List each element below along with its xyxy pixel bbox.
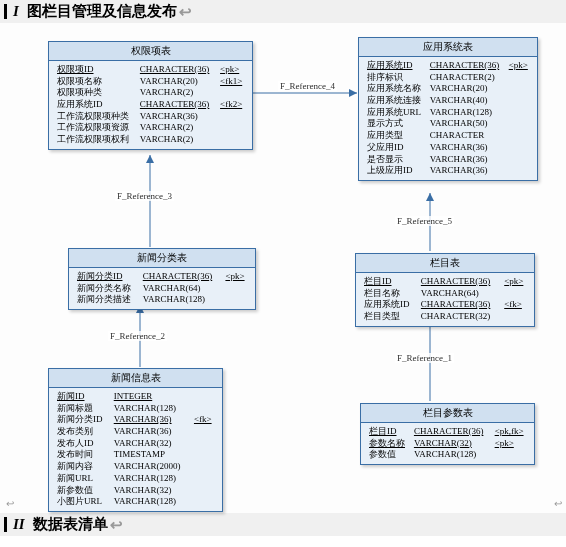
- field-name: 应用类型: [364, 130, 427, 142]
- field-key: <pk>: [501, 276, 529, 288]
- svg-marker-1: [349, 89, 357, 97]
- field-name: 新闻内容: [54, 461, 111, 473]
- field-key: [506, 165, 532, 177]
- section-1-num: I: [13, 3, 19, 20]
- field-type: VARCHAR(36): [111, 426, 191, 438]
- field-name: 应用系统连接: [364, 95, 427, 107]
- field-name: 应用系统ID: [364, 60, 427, 72]
- ref-label-5: F_Reference_5: [395, 216, 454, 226]
- field-type: CHARACTER(36): [418, 276, 501, 288]
- field-key: [501, 311, 529, 323]
- field-type: VARCHAR(36): [427, 165, 506, 177]
- entity-appsys-title: 应用系统表: [359, 38, 537, 57]
- field-key: [191, 449, 217, 461]
- entity-newscat-fields: 新闻分类IDCHARACTER(36)<pk>新闻分类名称VARCHAR(64)…: [74, 271, 250, 306]
- field-name: 参数值: [366, 449, 411, 461]
- field-type: VARCHAR(32): [111, 485, 191, 497]
- field-type: VARCHAR(20): [427, 83, 506, 95]
- field-key: [506, 130, 532, 142]
- field-name: 工作流权限项资源: [54, 122, 137, 134]
- field-type: CHARACTER: [427, 130, 506, 142]
- field-name: 栏目ID: [361, 276, 418, 288]
- field-name: 栏目名称: [361, 288, 418, 300]
- field-type: VARCHAR(2000): [111, 461, 191, 473]
- field-name: 新闻ID: [54, 391, 111, 403]
- field-key: <pk>: [222, 271, 250, 283]
- field-name: 应用系统名称: [364, 83, 427, 95]
- field-key: [191, 403, 217, 415]
- field-type: VARCHAR(128): [427, 107, 506, 119]
- field-type: VARCHAR(64): [418, 288, 501, 300]
- field-name: 发布时间: [54, 449, 111, 461]
- entity-newsinfo: 新闻信息表 新闻IDINTEGER新闻标题VARCHAR(128)新闻分类IDV…: [48, 368, 223, 512]
- field-key: <fk>: [191, 414, 217, 426]
- field-key: [191, 438, 217, 450]
- field-type: VARCHAR(36): [427, 154, 506, 166]
- field-key: [217, 134, 247, 146]
- entity-newsinfo-title: 新闻信息表: [49, 369, 222, 388]
- field-key: [191, 426, 217, 438]
- field-key: [191, 391, 217, 403]
- field-name: 发布人ID: [54, 438, 111, 450]
- entity-appsys-fields: 应用系统IDCHARACTER(36)<pk>排序标识CHARACTER(2)应…: [364, 60, 532, 177]
- field-name: 显示方式: [364, 118, 427, 130]
- field-key: <pk,fk>: [492, 426, 529, 438]
- section-1-header: I 图栏目管理及信息发布 ↩: [0, 0, 566, 23]
- field-key: [217, 122, 247, 134]
- field-name: 栏目ID: [366, 426, 411, 438]
- field-type: VARCHAR(36): [111, 414, 191, 426]
- field-type: VARCHAR(2): [137, 134, 217, 146]
- field-name: 新闻标题: [54, 403, 111, 415]
- ref-label-2: F_Reference_2: [108, 331, 167, 341]
- field-type: VARCHAR(128): [111, 496, 191, 508]
- field-type: CHARACTER(36): [140, 271, 223, 283]
- field-key: [222, 283, 250, 295]
- field-key: [191, 485, 217, 497]
- field-name: 新闻分类ID: [74, 271, 140, 283]
- field-type: VARCHAR(50): [427, 118, 506, 130]
- field-name: 发布类别: [54, 426, 111, 438]
- entity-permission-title: 权限项表: [49, 42, 252, 61]
- field-key: [191, 461, 217, 473]
- field-type: INTEGER: [111, 391, 191, 403]
- entity-column-title: 栏目表: [356, 254, 534, 273]
- entity-colparam: 栏目参数表 栏目IDCHARACTER(36)<pk,fk>参数名称VARCHA…: [360, 403, 535, 465]
- svg-marker-3: [146, 155, 154, 163]
- field-type: VARCHAR(128): [111, 473, 191, 485]
- field-type: VARCHAR(128): [140, 294, 223, 306]
- entity-permission: 权限项表 权限项IDCHARACTER(36)<pk>权限项名称VARCHAR(…: [48, 41, 253, 150]
- entity-newscat-title: 新闻分类表: [69, 249, 255, 268]
- field-key: [506, 72, 532, 84]
- field-key: [222, 294, 250, 306]
- entity-permission-fields: 权限项IDCHARACTER(36)<pk>权限项名称VARCHAR(20)<f…: [54, 64, 247, 146]
- field-type: VARCHAR(32): [411, 438, 492, 450]
- entity-appsys: 应用系统表 应用系统IDCHARACTER(36)<pk>排序标识CHARACT…: [358, 37, 538, 181]
- entity-colparam-fields: 栏目IDCHARACTER(36)<pk,fk>参数名称VARCHAR(32)<…: [366, 426, 529, 461]
- field-type: CHARACTER(36): [137, 99, 217, 111]
- field-type: VARCHAR(128): [411, 449, 492, 461]
- field-type: VARCHAR(20): [137, 76, 217, 88]
- field-key: <pk>: [492, 438, 529, 450]
- field-key: [506, 95, 532, 107]
- field-name: 新闻URL: [54, 473, 111, 485]
- paragraph-mark: ↩: [2, 498, 14, 509]
- field-type: CHARACTER(36): [418, 299, 501, 311]
- field-key: [506, 83, 532, 95]
- field-key: [506, 107, 532, 119]
- field-name: 新闻分类名称: [74, 283, 140, 295]
- entity-column-fields: 栏目IDCHARACTER(36)<pk>栏目名称VARCHAR(64)应用系统…: [361, 276, 529, 323]
- svg-marker-5: [426, 193, 434, 201]
- field-type: VARCHAR(2): [137, 122, 217, 134]
- field-type: TIMESTAMP: [111, 449, 191, 461]
- field-name: 栏目类型: [361, 311, 418, 323]
- field-type: VARCHAR(36): [427, 142, 506, 154]
- field-type: CHARACTER(36): [411, 426, 492, 438]
- field-name: 上级应用ID: [364, 165, 427, 177]
- field-name: 新闻分类ID: [54, 414, 111, 426]
- field-type: VARCHAR(32): [111, 438, 191, 450]
- field-type: VARCHAR(2): [137, 87, 217, 99]
- field-key: [492, 449, 529, 461]
- field-key: <pk>: [506, 60, 532, 72]
- ref-label-3: F_Reference_3: [115, 191, 174, 201]
- field-type: CHARACTER(36): [137, 64, 217, 76]
